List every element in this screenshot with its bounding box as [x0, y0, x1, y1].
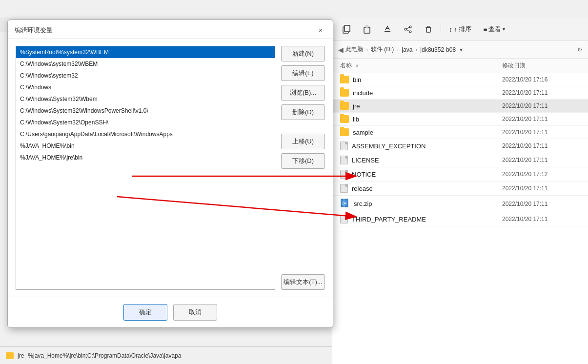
svg-rect-4	[385, 31, 390, 32]
toolbar-separator	[441, 24, 441, 34]
table-row[interactable]: THIRD_PARTY_README2022/10/20 17:11	[332, 212, 588, 226]
row-date: 2022/10/20 17:11	[502, 102, 580, 109]
edit-text-button[interactable]: 编辑文本(T)...	[281, 274, 325, 290]
folder-icon	[340, 102, 349, 110]
svg-rect-3	[365, 26, 368, 28]
edit-button[interactable]: 编辑(E)	[281, 65, 325, 81]
status-bar: jre %java_Home%\jre\bin;C:\ProgramData\O…	[0, 346, 332, 364]
delete-button[interactable]	[420, 23, 437, 36]
address-dropdown-icon[interactable]: ▾	[460, 46, 463, 53]
dialog-close-button[interactable]: ×	[315, 25, 326, 36]
table-row[interactable]: lib2022/10/20 17:11	[332, 113, 588, 126]
sort-button[interactable]: ↕ ↕ 排序	[445, 23, 475, 36]
env-item[interactable]: C:\Users\gaoqiang\AppData\Local\Microsof…	[16, 128, 275, 140]
folder-icon	[340, 89, 349, 97]
share-button[interactable]	[400, 23, 416, 36]
row-name: release	[352, 185, 498, 192]
env-item[interactable]: C:\Windows\System32\WindowsPowerShell\v1…	[16, 105, 275, 117]
table-row[interactable]: bin2022/10/20 17:16	[332, 73, 588, 86]
paste-button[interactable]	[359, 23, 375, 36]
dialog-action-buttons: 新建(N) 编辑(E) 浏览(B)... 删除(D) 上移(U) 下移(D) 编…	[281, 46, 325, 290]
row-name: NOTICE	[352, 171, 498, 178]
env-item[interactable]: C:\Windows\System32\OpenSSH\	[16, 117, 275, 128]
dialog-title: 编辑环境变量	[15, 26, 53, 35]
env-item[interactable]: %JAVA_HOME%\jre\bin	[16, 152, 275, 163]
jre-label: jre	[18, 352, 24, 359]
table-row[interactable]: jre2022/10/20 17:11	[332, 100, 588, 113]
env-item[interactable]: C:\Windows\system32\WBEM	[16, 58, 275, 70]
file-explorer: ↕ ↕ 排序 ≡ 查看 ▾ ◀ 此电脑 › 软件 (D:) › java › j…	[332, 18, 588, 364]
file-rows-container: bin2022/10/20 17:16include2022/10/20 17:…	[332, 73, 588, 226]
address-bar: ◀ 此电脑 › 软件 (D:) › java › jdk8u352-b08 ▾ …	[332, 41, 588, 59]
address-arrow-icon: ◀	[338, 46, 344, 54]
row-date: 2022/10/20 17:11	[502, 201, 580, 207]
view-button[interactable]: ≡ 查看 ▾	[479, 23, 509, 36]
move-up-button[interactable]: 上移(U)	[281, 134, 325, 149]
address-part-2[interactable]: 软件 (D:)	[371, 45, 394, 54]
table-row[interactable]: LICENSE2022/10/20 17:11	[332, 153, 588, 167]
row-name: lib	[353, 116, 498, 123]
confirm-button[interactable]: 确定	[123, 304, 167, 321]
table-row[interactable]: release2022/10/20 17:11	[332, 182, 588, 196]
table-row[interactable]: ZIPsrc.zip2022/10/20 17:11	[332, 196, 588, 212]
env-var-dialog: 编辑环境变量 × %SystemRoot%\system32\WBEMC:\Wi…	[7, 20, 333, 328]
cancel-button[interactable]: 取消	[173, 304, 217, 321]
svg-text:ZIP: ZIP	[342, 202, 346, 205]
rename-icon	[383, 25, 392, 34]
dialog-titlebar: 编辑环境变量 ×	[8, 20, 333, 39]
row-name: LICENSE	[352, 157, 498, 164]
file-icon	[340, 215, 348, 223]
jre-folder-icon	[6, 352, 14, 359]
rename-button[interactable]	[379, 23, 396, 36]
table-row[interactable]: sample2022/10/20 17:11	[332, 126, 588, 139]
share-icon	[404, 25, 412, 34]
row-name: jre	[353, 102, 498, 110]
copy-icon	[342, 25, 351, 34]
table-row[interactable]: ASSEMBLY_EXCEPTION2022/10/20 17:11	[332, 139, 588, 153]
browse-button[interactable]: 浏览(B)...	[281, 85, 325, 101]
env-item[interactable]: C:\Windows\system32	[16, 70, 275, 81]
file-list: 名称 ∧ 修改日期 bin2022/10/20 17:16include2022…	[332, 59, 588, 364]
table-header: 名称 ∧ 修改日期	[332, 59, 588, 73]
file-icon	[340, 184, 348, 193]
row-name: ASSEMBLY_EXCEPTION	[352, 142, 498, 150]
row-date: 2022/10/20 17:11	[502, 216, 580, 222]
col-name-header: 名称 ∧	[340, 61, 502, 70]
btn-spacer-1	[281, 124, 325, 130]
row-date: 2022/10/20 17:11	[502, 185, 580, 192]
view-label: 查看	[488, 25, 501, 34]
move-down-button[interactable]: 下移(D)	[281, 153, 325, 169]
address-part-3[interactable]: java	[402, 46, 412, 53]
copy-button[interactable]	[338, 23, 355, 36]
row-date: 2022/10/20 17:11	[502, 129, 580, 136]
address-sep-3: ›	[415, 46, 417, 53]
folder-icon	[340, 128, 349, 136]
dialog-body: %SystemRoot%\system32\WBEMC:\Windows\sys…	[8, 39, 333, 297]
row-name: include	[353, 89, 498, 97]
file-icon	[340, 142, 348, 150]
table-row[interactable]: NOTICE2022/10/20 17:12	[332, 167, 588, 182]
address-part-4[interactable]: jdk8u352-b08	[420, 46, 456, 53]
view-chevron-icon: ▾	[503, 26, 505, 32]
new-button[interactable]: 新建(N)	[281, 46, 325, 61]
zip-icon: ZIP	[340, 198, 350, 209]
row-date: 2022/10/20 17:11	[502, 142, 580, 149]
dialog-footer: 确定 取消	[8, 297, 333, 327]
refresh-button[interactable]: ↻	[577, 46, 582, 53]
env-item[interactable]: %JAVA_HOME%\bin	[16, 140, 275, 152]
svg-rect-8	[426, 27, 430, 32]
svg-point-7	[405, 28, 406, 30]
address-part-1[interactable]: 此电脑	[345, 45, 363, 54]
address-sep-1: ›	[366, 46, 368, 53]
env-item[interactable]: %SystemRoot%\system32\WBEM	[16, 46, 275, 58]
delete-button-dialog[interactable]: 删除(D)	[281, 104, 325, 120]
row-date: 2022/10/20 17:12	[502, 171, 580, 178]
env-list: %SystemRoot%\system32\WBEMC:\Windows\sys…	[16, 46, 275, 290]
explorer-toolbar: ↕ ↕ 排序 ≡ 查看 ▾	[332, 18, 588, 41]
table-row[interactable]: include2022/10/20 17:11	[332, 86, 588, 100]
svg-rect-2	[364, 27, 370, 33]
row-name: sample	[353, 129, 498, 136]
env-item[interactable]: C:\Windows\System32\Wbem	[16, 93, 275, 105]
env-item[interactable]: C:\Windows	[16, 81, 275, 93]
svg-point-6	[409, 31, 411, 33]
